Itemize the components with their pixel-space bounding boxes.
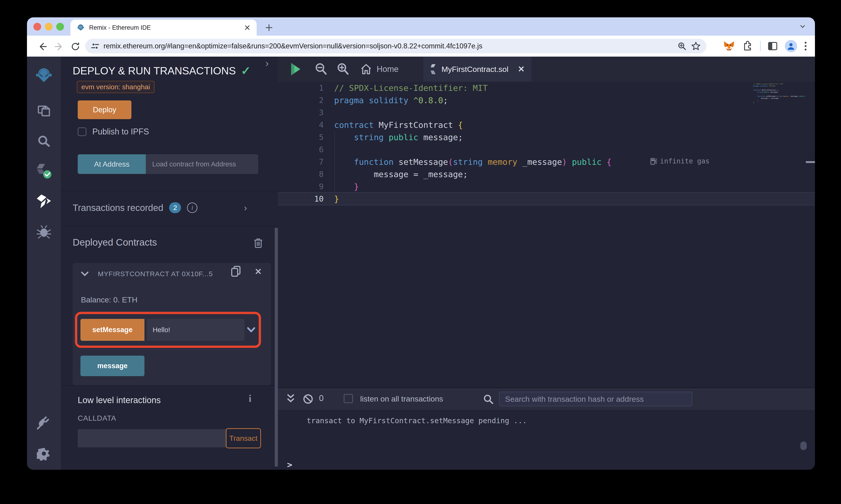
- editor-area: Home MyFirstContract.sol ✕ 1// SPDX-Lice…: [278, 57, 815, 470]
- line-number: 6: [278, 145, 324, 154]
- code-line-5[interactable]: 5 string public message;: [278, 131, 815, 143]
- code-line-3[interactable]: 3: [278, 106, 815, 119]
- code-line-2[interactable]: 2pragma solidity ^0.8.0;: [278, 94, 815, 106]
- url-text[interactable]: remix.ethereum.org/#lang=en&optimize=fal…: [104, 42, 673, 50]
- code-line-10[interactable]: 10}: [278, 193, 815, 205]
- set-message-button[interactable]: setMessage: [81, 319, 144, 341]
- indent-guide: [334, 131, 335, 193]
- plugin-icon-rail: [27, 57, 61, 470]
- deploy-button[interactable]: Deploy: [78, 101, 132, 119]
- publish-ipfs-label: Publish to IPFS: [92, 127, 149, 137]
- zoom-page-icon[interactable]: [677, 41, 687, 51]
- solidity-file-icon: [430, 64, 437, 75]
- panel-expand-chevron-icon[interactable]: ›: [265, 57, 269, 69]
- sidebar-item-settings[interactable]: [27, 441, 61, 466]
- transactions-recorded-label: Transactions recorded: [73, 203, 163, 213]
- code-line-1[interactable]: 1// SPDX-License-Identifier: MIT: [278, 82, 815, 94]
- calldata-input[interactable]: [78, 429, 226, 447]
- forward-button[interactable]: [54, 41, 64, 52]
- zoom-out-icon[interactable]: [314, 62, 327, 76]
- code-line-6[interactable]: 6: [278, 143, 815, 156]
- transactions-recorded-section[interactable]: Transactions recorded 2 i ›: [61, 191, 278, 226]
- code-line-4[interactable]: 4contract MyFirstContract {: [278, 119, 815, 131]
- remix-favicon-icon: [77, 24, 85, 32]
- gas-estimate-annotation: infinite gas: [650, 157, 709, 165]
- contract-collapse-chevron-icon[interactable]: [81, 271, 89, 276]
- run-script-play-icon[interactable]: [290, 62, 302, 76]
- terminal-log[interactable]: transact to MyFirstContract.setMessage p…: [278, 410, 815, 470]
- clear-deployed-trash-icon[interactable]: [253, 237, 263, 249]
- sidebar-item-solidity-compiler[interactable]: [27, 159, 61, 184]
- clear-console-icon[interactable]: [303, 394, 313, 404]
- terminal-log-line: transact to MyFirstContract.setMessage p…: [307, 416, 527, 425]
- at-address-input[interactable]: [146, 154, 258, 174]
- new-tab-button[interactable]: [262, 20, 276, 35]
- transactions-expand-chevron-icon[interactable]: ›: [244, 203, 247, 213]
- line-number: 3: [278, 108, 324, 117]
- terminal-scrollbar-thumb[interactable]: [800, 442, 807, 450]
- sidebar-item-plugin-manager[interactable]: [27, 410, 61, 435]
- tab-myfirstcontract[interactable]: MyFirstContract.sol ✕: [423, 57, 532, 82]
- contract-instance-title[interactable]: MYFIRSTCONTRACT AT 0X10F...5: [98, 270, 226, 278]
- copy-address-icon[interactable]: [230, 265, 242, 278]
- bookmark-star-icon[interactable]: [691, 41, 701, 51]
- message-getter-button[interactable]: message: [81, 356, 144, 376]
- deploy-run-panel: DEPLOY & RUN TRANSACTIONS ✓ › evm versio…: [61, 57, 278, 470]
- collapse-terminal-icon[interactable]: [286, 394, 295, 404]
- back-button[interactable]: [37, 41, 48, 52]
- maximize-window-button[interactable]: [56, 23, 64, 31]
- terminal-search-input[interactable]: [499, 392, 692, 406]
- code-line-8[interactable]: 8 message = _message;: [278, 168, 815, 180]
- close-window-button[interactable]: [33, 23, 41, 31]
- line-number: 1: [278, 83, 324, 92]
- browser-menu-icon[interactable]: [804, 41, 807, 51]
- low-level-interactions-section: Low level interactions i CALLDATA Transa…: [61, 385, 278, 470]
- minimap[interactable]: // SPDX-License-Identifier: MIT pragma s…: [753, 83, 806, 142]
- terminal-prompt[interactable]: >: [287, 460, 292, 470]
- browser-window: Remix - Ethereum IDE remix.ethereum.org/…: [27, 17, 815, 470]
- code-line-9[interactable]: 9 }: [278, 180, 815, 193]
- extensions-puzzle-icon[interactable]: [742, 40, 753, 52]
- set-message-input[interactable]: [147, 319, 244, 341]
- profile-avatar[interactable]: [785, 40, 797, 52]
- tab-close-icon[interactable]: [244, 25, 250, 31]
- reload-button[interactable]: [70, 41, 81, 52]
- contract-balance: Balance: 0. ETH: [81, 295, 138, 304]
- tab-list-chevron-icon[interactable]: [799, 22, 807, 31]
- site-settings-icon[interactable]: [91, 42, 99, 51]
- remove-contract-icon[interactable]: ✕: [255, 267, 262, 277]
- close-file-tab-icon[interactable]: ✕: [518, 65, 525, 74]
- remix-logo[interactable]: [27, 62, 61, 88]
- terminal-search-icon: [483, 394, 494, 404]
- minimize-window-button[interactable]: [45, 23, 53, 31]
- low-level-info-icon[interactable]: i: [248, 393, 252, 404]
- sidebar-item-deploy-run[interactable]: [27, 189, 61, 214]
- sidebar-toggle-icon[interactable]: [768, 41, 778, 51]
- set-message-highlight-box: setMessage: [75, 312, 261, 348]
- expand-args-chevron-icon[interactable]: [247, 327, 256, 333]
- window-controls[interactable]: [33, 23, 64, 31]
- browser-tab[interactable]: Remix - Ethereum IDE: [70, 20, 257, 36]
- panel-scrollbar[interactable]: [275, 228, 278, 467]
- zoom-in-icon[interactable]: [337, 62, 349, 76]
- url-bar[interactable]: remix.ethereum.org/#lang=en&optimize=fal…: [85, 39, 706, 53]
- listen-transactions-checkbox[interactable]: [344, 394, 353, 403]
- code-editor[interactable]: 1// SPDX-License-Identifier: MIT2pragma …: [278, 82, 815, 388]
- transactions-info-icon[interactable]: i: [187, 202, 198, 213]
- success-check-icon: ✓: [241, 64, 251, 78]
- transact-button[interactable]: Transact: [226, 428, 261, 448]
- line-number: 9: [278, 182, 324, 191]
- sidebar-item-file-explorer[interactable]: [27, 98, 61, 124]
- sidebar-item-search[interactable]: [27, 129, 61, 154]
- line-number: 5: [278, 132, 324, 142]
- tab-home[interactable]: Home: [353, 57, 406, 82]
- editor-scrollbar-thumb[interactable]: [806, 161, 815, 163]
- metamask-extension-icon[interactable]: [723, 40, 735, 52]
- code-line-7[interactable]: 7 function setMessage(string memory _mes…: [278, 156, 815, 168]
- deployed-contracts-section: Deployed Contracts: [61, 226, 278, 263]
- sidebar-item-debugger[interactable]: [27, 219, 61, 244]
- at-address-button[interactable]: At Address: [78, 154, 146, 174]
- transactions-count-badge: 2: [169, 202, 181, 213]
- publish-ipfs-checkbox[interactable]: [78, 127, 86, 136]
- calldata-label: CALLDATA: [78, 414, 116, 422]
